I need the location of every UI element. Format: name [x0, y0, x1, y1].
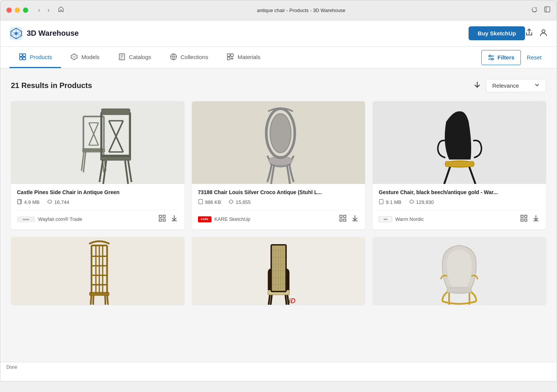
svg-point-21	[491, 58, 493, 60]
reload-button[interactable]	[531, 6, 538, 14]
app-window: 3D Warehouse Buy SketchUp	[0, 20, 557, 381]
sidebar-button[interactable]	[544, 6, 551, 14]
view-in-ar-button[interactable]	[158, 214, 166, 224]
product-grid: Castle Pines Side Chair in Antique Green…	[11, 101, 546, 305]
close-window-button[interactable]	[6, 8, 12, 13]
file-icon	[379, 199, 384, 205]
product-image: iD	[192, 237, 365, 305]
page-title: antique chair - Products - 3D Warehouse	[257, 8, 345, 13]
card-actions	[339, 214, 359, 224]
svg-rect-15	[227, 54, 230, 56]
svg-rect-58	[340, 219, 342, 221]
home-button[interactable]	[55, 5, 67, 15]
svg-text:iD: iD	[289, 297, 295, 305]
product-card[interactable]: Gesture Chair, black beech/antique gold …	[373, 101, 546, 229]
svg-rect-68	[525, 215, 527, 217]
product-meta: 4.9 MB 16,744	[17, 199, 178, 205]
file-size: 986 KB	[198, 199, 221, 205]
sort-direction-icon[interactable]	[473, 81, 481, 91]
forward-button[interactable]: ›	[45, 5, 52, 15]
traffic-lights	[6, 8, 28, 13]
status-text: Done	[6, 365, 17, 370]
sort-area: Relevance	[473, 79, 546, 92]
svg-rect-47	[159, 219, 161, 221]
svg-rect-16	[231, 54, 233, 56]
svg-rect-6	[23, 54, 26, 56]
product-image	[11, 237, 184, 305]
minimize-window-button[interactable]	[15, 8, 20, 13]
polygon-count: 15,655	[228, 199, 251, 205]
svg-rect-7	[20, 57, 22, 60]
svg-rect-45	[159, 215, 161, 217]
svg-line-62	[469, 165, 476, 184]
products-icon	[18, 53, 27, 61]
share-button[interactable]	[525, 28, 533, 38]
card-actions	[158, 214, 178, 224]
file-icon	[17, 199, 22, 205]
svg-rect-55	[199, 199, 202, 204]
tab-catalogs-label: Catalogs	[129, 54, 151, 60]
models-icon	[70, 53, 78, 61]
svg-line-35	[125, 161, 128, 184]
svg-line-53	[267, 156, 269, 160]
product-card[interactable]	[373, 237, 546, 305]
vendor-name: Wayfair.com® Trade	[38, 216, 158, 222]
product-image	[373, 237, 546, 305]
polygon-icon	[228, 199, 234, 205]
status-bar: Done	[0, 362, 557, 372]
view-in-ar-button[interactable]	[339, 214, 347, 224]
tab-models[interactable]: Models	[61, 47, 108, 68]
download-button[interactable]	[351, 214, 359, 224]
svg-rect-48	[163, 219, 165, 221]
svg-rect-46	[163, 215, 165, 217]
download-button[interactable]	[170, 214, 178, 224]
svg-rect-65	[446, 161, 474, 167]
svg-rect-67	[521, 215, 523, 217]
product-card[interactable]: iD	[192, 237, 365, 305]
header-actions	[525, 28, 548, 38]
svg-rect-5	[20, 54, 22, 56]
svg-line-63	[444, 165, 451, 184]
buy-sketchup-button[interactable]: Buy SketchUp	[469, 26, 525, 40]
svg-rect-42	[101, 109, 130, 115]
browser-nav-buttons: ‹ ›	[36, 5, 67, 15]
sort-dropdown[interactable]: Relevance	[486, 79, 546, 92]
svg-rect-17	[227, 57, 230, 60]
svg-rect-70	[525, 219, 527, 221]
product-name: Castle Pines Side Chair in Antique Green	[17, 189, 178, 195]
product-footer: KARE KARE SketchUp	[198, 210, 359, 224]
tab-collections[interactable]: Collections	[160, 47, 217, 68]
tab-products[interactable]: Products	[9, 47, 61, 68]
product-info: 73188 Chair Louis Silver Croco Antique (…	[192, 184, 365, 229]
polygon-icon	[47, 199, 52, 205]
svg-rect-0	[545, 7, 550, 12]
view-in-ar-button[interactable]	[520, 214, 528, 224]
filters-button[interactable]: Filters	[481, 50, 521, 65]
collections-icon	[169, 53, 178, 61]
vendor-logo: WN	[379, 216, 392, 222]
svg-rect-8	[23, 57, 26, 60]
svg-rect-57	[344, 215, 346, 217]
download-button[interactable]	[532, 214, 540, 224]
card-actions	[520, 214, 540, 224]
vendor-name: Warm Nordic	[395, 216, 520, 222]
polygon-count: 16,744	[47, 199, 69, 205]
file-icon	[198, 199, 203, 205]
svg-point-20	[489, 55, 491, 57]
browser-window: ‹ › antique chair - Products - 3D Wareho…	[0, 0, 557, 20]
product-image	[192, 101, 365, 184]
maximize-window-button[interactable]	[23, 8, 28, 13]
chevron-down-icon	[534, 82, 540, 89]
svg-line-54	[292, 156, 294, 160]
product-image	[373, 101, 546, 184]
product-meta: 9.1 MB 129,930	[379, 199, 540, 205]
profile-button[interactable]	[539, 28, 548, 38]
reset-button[interactable]: Reset	[521, 50, 548, 64]
product-card[interactable]: Castle Pines Side Chair in Antique Green…	[11, 101, 184, 229]
tab-catalogs[interactable]: Catalogs	[109, 47, 160, 68]
product-card[interactable]: 73188 Chair Louis Silver Croco Antique (…	[192, 101, 365, 229]
product-card[interactable]	[11, 237, 184, 305]
tab-materials[interactable]: Materials	[217, 47, 269, 68]
back-button[interactable]: ‹	[36, 5, 42, 15]
materials-icon	[226, 53, 234, 61]
